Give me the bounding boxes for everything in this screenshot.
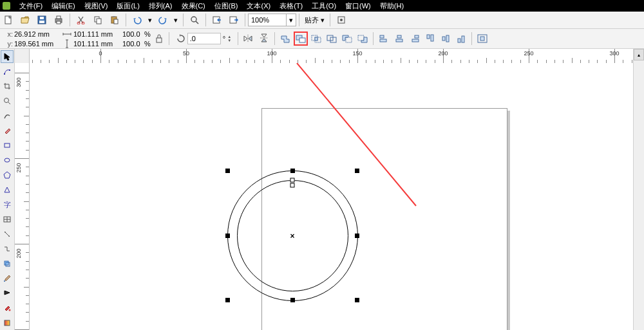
tool-interactive-fill[interactable] xyxy=(1,316,14,329)
horizontal-ruler[interactable]: 50050100150200250300 xyxy=(30,49,633,64)
height-value[interactable]: 101.111 mm xyxy=(72,40,118,48)
paste-button[interactable] xyxy=(107,12,122,28)
tool-basic-shapes[interactable] xyxy=(1,183,14,196)
rotation-input[interactable] xyxy=(187,33,221,44)
save-button[interactable] xyxy=(34,12,50,28)
tool-zoom[interactable] xyxy=(1,95,14,107)
intersect-button[interactable] xyxy=(309,32,323,46)
tool-dimension[interactable] xyxy=(1,228,14,241)
handle-tl[interactable] xyxy=(225,169,230,173)
print-button[interactable] xyxy=(51,12,66,28)
handle-mr[interactable] xyxy=(355,234,359,238)
tool-table[interactable] xyxy=(1,213,14,226)
svg-point-47 xyxy=(5,158,10,162)
x-value[interactable]: 26.912 mm xyxy=(13,30,59,38)
menu-text[interactable]: 文本(X) xyxy=(247,1,270,11)
menu-arrange[interactable]: 排列(A) xyxy=(149,1,173,11)
vertical-scrollbar[interactable]: ▴ xyxy=(633,49,644,330)
tool-outline[interactable] xyxy=(1,287,14,300)
menu-table[interactable]: 表格(T) xyxy=(279,1,303,11)
ruler-corner xyxy=(15,49,30,64)
menu-window[interactable]: 窗口(W) xyxy=(345,1,371,11)
align-bottom-button[interactable] xyxy=(454,32,468,46)
separator xyxy=(274,32,275,45)
export-button[interactable] xyxy=(226,12,242,28)
options-button[interactable] xyxy=(334,12,349,28)
zoom-combo[interactable]: ▾ xyxy=(248,14,296,26)
node-top[interactable] xyxy=(290,178,295,183)
tool-smart-fill[interactable] xyxy=(1,124,14,137)
menu-layout[interactable]: 版面(L) xyxy=(117,1,139,11)
separator xyxy=(205,14,206,26)
simplify-button[interactable] xyxy=(325,32,339,46)
node-top2[interactable] xyxy=(290,183,295,188)
scroll-up-button[interactable]: ▴ xyxy=(634,49,644,60)
menu-file[interactable]: 文件(F) xyxy=(19,1,43,11)
search-button[interactable] xyxy=(187,12,202,28)
weld-button[interactable] xyxy=(278,32,292,46)
undo-dropdown[interactable]: ▾ xyxy=(146,12,154,28)
tool-rectangle[interactable] xyxy=(1,139,14,152)
width-icon xyxy=(62,30,72,39)
tool-eyedropper[interactable] xyxy=(1,272,14,285)
svg-rect-54 xyxy=(5,320,10,325)
menu-help[interactable]: 帮助(H) xyxy=(380,1,404,11)
mirror-horizontal-button[interactable] xyxy=(242,32,256,46)
handle-br[interactable] xyxy=(355,298,359,302)
y-value[interactable]: 189.561 mm xyxy=(13,40,59,48)
vertical-ruler[interactable]: 300250200150 xyxy=(15,63,30,330)
canvas[interactable]: × xyxy=(30,63,633,330)
width-value[interactable]: 101.111 mm xyxy=(72,30,118,38)
tool-ellipse[interactable] xyxy=(1,154,14,167)
redo-dropdown[interactable]: ▾ xyxy=(172,12,180,28)
tool-fill[interactable] xyxy=(1,302,14,315)
open-button[interactable] xyxy=(17,12,33,28)
align-vcenter-button[interactable] xyxy=(439,32,453,46)
align-right-button[interactable] xyxy=(408,32,422,46)
tool-text[interactable]: 字 xyxy=(1,198,14,211)
align-within-button[interactable] xyxy=(475,32,489,46)
tool-polygon[interactable] xyxy=(1,169,14,181)
svg-rect-31 xyxy=(397,35,401,38)
import-button[interactable] xyxy=(209,12,225,28)
trim-button[interactable] xyxy=(294,32,308,46)
menu-edit[interactable]: 编辑(E) xyxy=(52,1,75,11)
align-left-button[interactable] xyxy=(377,32,391,46)
tool-shape[interactable] xyxy=(1,65,14,78)
copy-button[interactable] xyxy=(90,12,106,28)
menu-tools[interactable]: 工具(O) xyxy=(312,1,336,11)
align-top-button[interactable] xyxy=(423,32,437,46)
svg-point-53 xyxy=(9,309,11,311)
front-minus-back-button[interactable] xyxy=(340,32,354,46)
new-button[interactable] xyxy=(1,12,16,28)
tool-effects[interactable] xyxy=(1,257,14,270)
svg-rect-33 xyxy=(415,35,419,38)
handle-tc[interactable] xyxy=(290,169,295,173)
redo-button[interactable] xyxy=(155,12,171,28)
tool-freehand[interactable] xyxy=(1,109,14,122)
tool-crop[interactable] xyxy=(1,80,14,93)
cut-button[interactable] xyxy=(73,12,89,28)
handle-bc[interactable] xyxy=(290,298,295,302)
menu-bitmap[interactable]: 位图(B) xyxy=(214,1,238,11)
tool-connector[interactable] xyxy=(1,243,14,255)
lock-ratio-button[interactable] xyxy=(152,32,166,46)
zoom-input[interactable] xyxy=(249,15,286,25)
handle-ml[interactable] xyxy=(225,234,230,238)
svg-rect-36 xyxy=(431,35,433,41)
back-minus-front-button[interactable] xyxy=(355,32,370,46)
chevron-down-icon[interactable]: ▾ xyxy=(286,14,296,26)
handle-bl[interactable] xyxy=(225,298,230,302)
align-hcenter-button[interactable] xyxy=(392,32,406,46)
snap-button[interactable]: 贴齐 ▾ xyxy=(302,15,327,25)
handle-tr[interactable] xyxy=(355,169,359,173)
scroll-track[interactable] xyxy=(634,60,644,330)
scale-x-value[interactable]: 100.0 xyxy=(121,30,144,38)
undo-button[interactable] xyxy=(129,12,145,28)
scale-y-value[interactable]: 100.0 xyxy=(121,40,144,48)
tool-pick[interactable] xyxy=(1,50,14,63)
mirror-vertical-button[interactable] xyxy=(257,32,271,46)
menu-view[interactable]: 视图(V) xyxy=(84,1,108,11)
selection-center-marker: × xyxy=(290,232,294,241)
menu-effects[interactable]: 效果(C) xyxy=(182,1,205,11)
